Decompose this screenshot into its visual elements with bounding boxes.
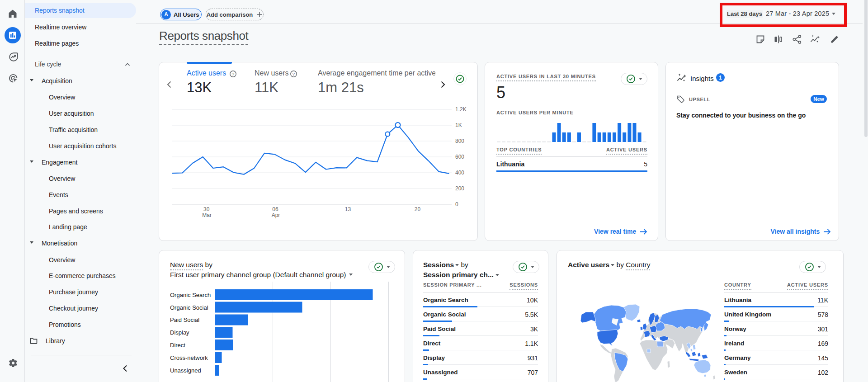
- svg-text:Direct: Direct: [170, 342, 185, 349]
- svg-text:?: ?: [232, 71, 234, 76]
- svg-text:600: 600: [455, 154, 464, 160]
- svg-text:Organic Search: Organic Search: [170, 292, 211, 298]
- svg-text:20: 20: [415, 206, 421, 212]
- svg-text:Display: Display: [170, 329, 189, 336]
- svg-text:Unassigned: Unassigned: [170, 367, 201, 374]
- svg-text:?: ?: [292, 71, 295, 76]
- svg-text:1K: 1K: [455, 122, 462, 128]
- svg-text:Organic Social: Organic Social: [170, 304, 208, 311]
- svg-text:0: 0: [455, 201, 458, 208]
- svg-text:Paid Social: Paid Social: [170, 316, 199, 323]
- svg-text:800: 800: [455, 138, 464, 144]
- svg-text:400: 400: [455, 170, 464, 176]
- svg-text:Cross-network: Cross-network: [170, 354, 208, 361]
- svg-text:30: 30: [203, 206, 210, 212]
- svg-text:13: 13: [345, 206, 351, 212]
- svg-text:Apr: Apr: [272, 212, 280, 218]
- svg-text:06: 06: [272, 206, 278, 212]
- svg-text:200: 200: [455, 185, 464, 192]
- svg-text:Mar: Mar: [202, 212, 212, 218]
- svg-text:1.2K: 1.2K: [455, 106, 467, 113]
